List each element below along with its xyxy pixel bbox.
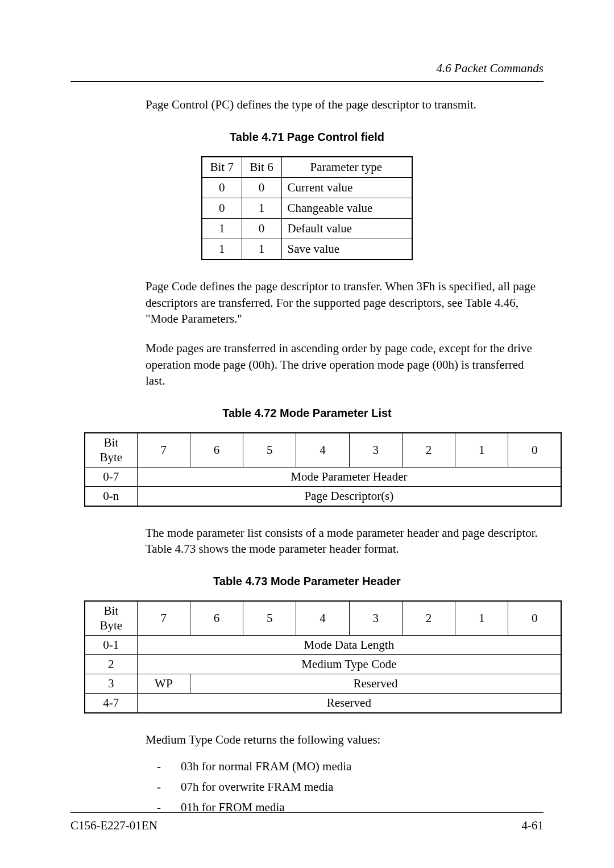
byte-label: 0-n — [85, 486, 137, 506]
bit-header: 1 — [455, 601, 508, 635]
table-header-row: Bit Byte 7 6 5 4 3 2 1 0 — [85, 601, 561, 635]
paragraph-3: Mode pages are transferred in ascending … — [146, 340, 544, 389]
cell: 1 — [202, 239, 242, 260]
corner-bottom: Byte — [90, 619, 132, 633]
table-row: 1 1 Save value — [202, 239, 412, 260]
list-item: 03h for normal FRAM (MO) media — [157, 757, 544, 777]
footer-right: 4-61 — [522, 819, 544, 833]
span-cell: Page Descriptor(s) — [137, 486, 561, 506]
table-row: 4-7 Reserved — [85, 693, 561, 713]
bit-header: 5 — [243, 601, 296, 635]
cell: 0 — [202, 178, 242, 198]
footer-rule — [70, 812, 544, 813]
th-param: Parameter type — [281, 157, 412, 178]
byte-label: 4-7 — [85, 693, 137, 713]
corner-bottom: Byte — [90, 450, 132, 465]
bit-header: 4 — [296, 601, 349, 635]
bit-header: 3 — [349, 601, 402, 635]
table-471: Bit 7 Bit 6 Parameter type 0 0 Current v… — [201, 156, 413, 260]
cell: 1 — [202, 219, 242, 239]
table-472-caption: Table 4.72 Mode Parameter List — [70, 407, 544, 420]
paragraph-2: Page Code defines the page descriptor to… — [146, 278, 544, 327]
corner-cell: Bit Byte — [85, 433, 137, 467]
table-header-row: Bit 7 Bit 6 Parameter type — [202, 157, 412, 178]
section-header: 4.6 Packet Commands — [70, 61, 544, 76]
cell: 1 — [242, 198, 281, 219]
span-cell: WP — [137, 674, 190, 693]
span-cell: Reserved — [137, 693, 561, 713]
cell: Changeable value — [281, 198, 412, 219]
span-cell: Mode Data Length — [137, 635, 561, 654]
medium-type-list: 03h for normal FRAM (MO) media 07h for o… — [157, 757, 544, 817]
bit-header: 7 — [137, 433, 190, 467]
th-bit7: Bit 7 — [202, 157, 242, 178]
bit-header: 6 — [190, 601, 243, 635]
cell: 0 — [242, 219, 281, 239]
list-item: 07h for overwrite FRAM media — [157, 777, 544, 798]
table-472: Bit Byte 7 6 5 4 3 2 1 0 0-7 Mode Parame… — [84, 432, 562, 506]
bit-header: 0 — [508, 601, 561, 635]
bit-header: 1 — [455, 433, 508, 467]
bit-header: 2 — [402, 433, 455, 467]
bit-header: 5 — [243, 433, 296, 467]
span-cell: Mode Parameter Header — [137, 467, 561, 486]
corner-top: Bit — [90, 604, 132, 618]
paragraph-4: The mode parameter list consists of a mo… — [146, 525, 544, 557]
cell: 1 — [242, 239, 281, 260]
cell: 0 — [242, 178, 281, 198]
table-473: Bit Byte 7 6 5 4 3 2 1 0 0-1 Mode Data L… — [84, 600, 562, 713]
corner-top: Bit — [90, 436, 132, 450]
bit-header: 2 — [402, 601, 455, 635]
paragraph-1: Page Control (PC) defines the type of th… — [146, 97, 544, 112]
byte-label: 2 — [85, 654, 137, 674]
byte-label: 3 — [85, 674, 137, 693]
table-row: 0 1 Changeable value — [202, 198, 412, 219]
byte-label: 0-1 — [85, 635, 137, 654]
cell: 0 — [202, 198, 242, 219]
table-row: 0-7 Mode Parameter Header — [85, 467, 561, 486]
cell: Save value — [281, 239, 412, 260]
table-row: 3 WP Reserved — [85, 674, 561, 693]
table-row: 0-1 Mode Data Length — [85, 635, 561, 654]
table-row: 1 0 Default value — [202, 219, 412, 239]
page-footer: C156-E227-01EN 4-61 — [70, 812, 544, 833]
header-rule — [70, 81, 544, 82]
span-cell: Reserved — [190, 674, 561, 693]
table-header-row: Bit Byte 7 6 5 4 3 2 1 0 — [85, 433, 561, 467]
bit-header: 6 — [190, 433, 243, 467]
table-row: 0-n Page Descriptor(s) — [85, 486, 561, 506]
bit-header: 7 — [137, 601, 190, 635]
byte-label: 0-7 — [85, 467, 137, 486]
corner-cell: Bit Byte — [85, 601, 137, 635]
table-471-caption: Table 4.71 Page Control field — [70, 131, 544, 144]
paragraph-5: Medium Type Code returns the following v… — [146, 732, 544, 748]
span-cell: Medium Type Code — [137, 654, 561, 674]
table-473-caption: Table 4.73 Mode Parameter Header — [70, 575, 544, 588]
bit-header: 0 — [508, 433, 561, 467]
table-row: 2 Medium Type Code — [85, 654, 561, 674]
bit-header: 4 — [296, 433, 349, 467]
table-row: 0 0 Current value — [202, 178, 412, 198]
bit-header: 3 — [349, 433, 402, 467]
footer-left: C156-E227-01EN — [70, 819, 157, 833]
th-bit6: Bit 6 — [242, 157, 281, 178]
cell: Default value — [281, 219, 412, 239]
cell: Current value — [281, 178, 412, 198]
